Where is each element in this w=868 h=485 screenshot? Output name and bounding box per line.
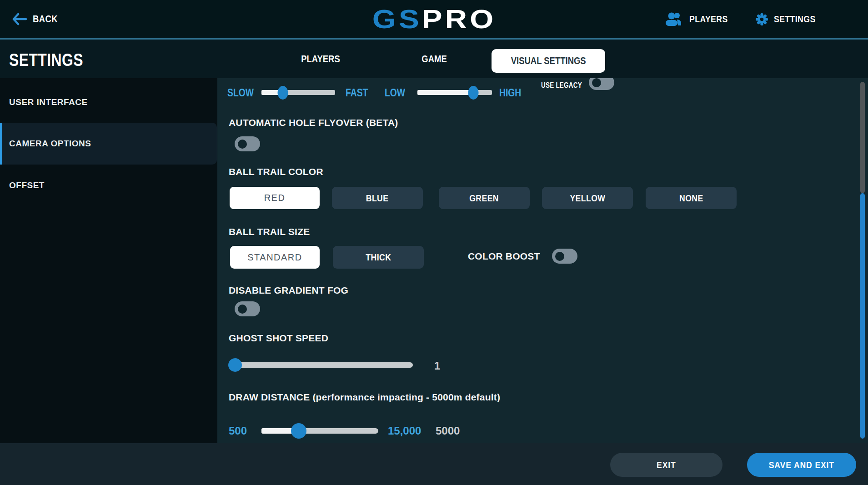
sidebar-item-offset[interactable]: OFFSET [0, 180, 226, 190]
back-arrow-icon [12, 13, 27, 25]
ball-trail-color-label: BALL TRAIL COLOR [229, 166, 323, 177]
scrollbar-track[interactable] [860, 82, 865, 193]
speed-slider-min-label: SLOW [227, 87, 254, 99]
speed-slider[interactable] [261, 90, 335, 95]
save-and-exit-button[interactable]: SAVE AND EXIT [747, 453, 856, 477]
speed-slider-thumb[interactable] [277, 86, 288, 100]
ghost-shot-speed-value: 1 [434, 360, 440, 372]
auto-flyover-toggle[interactable] [235, 136, 260, 151]
color-boost-toggle-knob [555, 252, 564, 261]
exit-button[interactable]: EXIT [610, 453, 722, 477]
ball-trail-color-blue-button[interactable]: BLUE [332, 187, 423, 209]
footer-bar: EXIT SAVE AND EXIT [0, 443, 868, 485]
top-bar: BACK GSPRO PLAYERS [0, 0, 868, 40]
speed-slider-max-label: FAST [346, 87, 368, 99]
draw-distance-slider[interactable] [261, 428, 378, 434]
ball-trail-color-yellow-button[interactable]: YELLOW [542, 187, 633, 209]
auto-flyover-toggle-knob [238, 140, 247, 149]
draw-distance-thumb[interactable] [291, 423, 306, 439]
quality-slider-thumb[interactable] [468, 86, 479, 100]
ball-trail-size-thick-button[interactable]: THICK [333, 246, 424, 269]
tab-players[interactable]: PLAYERS [291, 40, 350, 78]
quality-slider[interactable] [417, 90, 492, 95]
ball-trail-size-label: BALL TRAIL SIZE [229, 226, 310, 237]
draw-distance-value: 5000 [436, 425, 460, 437]
color-boost-toggle[interactable] [552, 249, 577, 264]
disable-gradient-fog-toggle[interactable] [235, 301, 260, 316]
topbar-actions: PLAYERS SETTINGS [665, 0, 823, 38]
draw-distance-label: DRAW DISTANCE (performance impacting - 5… [229, 392, 500, 403]
settings-label: SETTINGS [774, 14, 816, 25]
back-button[interactable]: BACK [12, 0, 63, 38]
settings-button[interactable]: SETTINGS [755, 13, 823, 26]
use-legacy-label: USE LEGACY [541, 81, 582, 90]
quality-slider-min-label: LOW [385, 87, 405, 99]
gspro-logo: GSPRO [381, 0, 487, 38]
ball-trail-color-none-button[interactable]: NONE [646, 187, 737, 209]
players-button[interactable]: PLAYERS [665, 12, 735, 26]
ghost-shot-speed-label: GHOST SHOT SPEED [229, 333, 328, 344]
tab-game[interactable]: GAME [407, 40, 462, 78]
draw-distance-max-label: 15,000 [388, 425, 421, 437]
gspro-settings-screen: BACK GSPRO PLAYERS [0, 0, 868, 485]
ghost-shot-speed-slider[interactable] [230, 362, 413, 368]
logo-pro: PRO [421, 5, 496, 34]
players-icon [665, 12, 684, 26]
ball-trail-size-standard-button[interactable]: STANDARD [230, 246, 320, 269]
ball-trail-color-green-button[interactable]: GREEN [439, 187, 530, 209]
tab-visual-settings[interactable]: VISUAL SETTINGS [492, 49, 605, 73]
color-boost-label: COLOR BOOST [468, 251, 540, 262]
sidebar-item-user-interface[interactable]: USER INTERFACE [0, 97, 226, 107]
page-title: SETTINGS [9, 50, 97, 70]
settings-header: SETTINGS PLAYERS GAME VISUAL SETTINGS [0, 40, 868, 78]
back-label: BACK [33, 13, 58, 25]
disable-gradient-fog-label: DISABLE GRADIENT FOG [229, 285, 348, 296]
draw-distance-min-label: 500 [229, 425, 247, 437]
players-label: PLAYERS [689, 14, 728, 25]
use-legacy-toggle-knob [592, 78, 601, 87]
scrollbar-thumb[interactable] [860, 193, 865, 439]
sidebar-item-camera-options[interactable]: CAMERA OPTIONS [0, 123, 217, 165]
ball-trail-color-red-button[interactable]: RED [230, 187, 320, 209]
ghost-shot-speed-thumb[interactable] [228, 358, 242, 372]
logo-gs: GS [372, 5, 421, 34]
quality-slider-max-label: HIGH [499, 87, 521, 99]
camera-options-panel: SLOW FAST LOW HIGH USE LEGACY AUTOMATIC … [217, 78, 868, 443]
quality-slider-fill [417, 90, 473, 95]
auto-flyover-label: AUTOMATIC HOLE FLYOVER (BETA) [229, 117, 398, 128]
disable-gradient-fog-toggle-knob [238, 305, 247, 314]
gear-icon [755, 13, 768, 26]
use-legacy-toggle[interactable] [589, 78, 614, 90]
settings-sidebar: USER INTERFACE CAMERA OPTIONS OFFSET [0, 78, 217, 443]
